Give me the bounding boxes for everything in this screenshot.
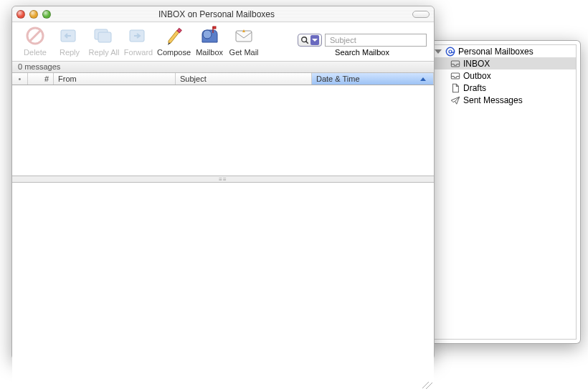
reply-arrow-icon [58, 25, 81, 47]
titlebar[interactable]: INBOX on Personal Mailboxes [12, 6, 434, 22]
tray-icon [450, 71, 460, 81]
svg-point-0 [446, 47, 454, 55]
status-bar: 0 messages [12, 62, 434, 73]
reply-all-button[interactable]: Reply All [88, 25, 120, 57]
forward-arrow-icon [127, 25, 150, 47]
tree-item-label: Outbox [463, 71, 491, 81]
tree-item-sent[interactable]: Sent Messages [432, 94, 576, 106]
svg-line-16 [306, 42, 308, 44]
tree-item-inbox[interactable]: INBOX [432, 57, 576, 69]
tree-item-label: Sent Messages [463, 95, 523, 105]
column-label: From [58, 75, 77, 83]
page-icon [450, 83, 460, 93]
reply-button[interactable]: Reply [54, 25, 85, 57]
tree-item-outbox[interactable]: Outbox [432, 69, 576, 82]
tree-item-label: INBOX [463, 59, 490, 69]
message-list[interactable] [12, 85, 434, 176]
toolbar-toggle-pill[interactable] [412, 11, 430, 18]
button-label: Get Mail [229, 48, 259, 57]
splitter[interactable]: ≡≡ [12, 176, 434, 183]
search-label: Search Mailbox [335, 48, 389, 57]
svg-line-5 [30, 31, 40, 41]
tree-item-drafts[interactable]: Drafts [432, 82, 576, 94]
message-count: 0 messages [18, 62, 60, 71]
tree-root[interactable]: Personal Mailboxes [432, 45, 576, 57]
window-title: INBOX on Personal Mailboxes [21, 9, 412, 19]
mailboxes-tree: Personal Mailboxes INBOX Outbox Drafts S… [431, 44, 577, 340]
svg-rect-8 [98, 32, 111, 42]
preview-pane [12, 183, 434, 389]
button-label: Forward [124, 48, 153, 57]
reply-all-icon [93, 25, 115, 47]
forward-button[interactable]: Forward [123, 25, 154, 57]
pencil-icon [163, 25, 186, 47]
button-label: Compose [157, 48, 191, 57]
svg-point-11 [203, 30, 212, 39]
at-sign-icon [445, 47, 455, 57]
column-from[interactable]: From [54, 73, 176, 85]
tray-icon [450, 59, 460, 69]
toolbar: Delete Reply Reply All Forward Compose [12, 22, 434, 62]
column-date[interactable]: Date & Time [312, 73, 434, 85]
svg-point-15 [302, 37, 307, 42]
search-input[interactable] [325, 34, 427, 47]
delete-button[interactable]: Delete [19, 25, 51, 57]
column-status[interactable]: • [12, 73, 28, 85]
column-number[interactable]: # [28, 73, 54, 85]
chevron-down-icon [310, 35, 319, 45]
tree-item-label: Drafts [463, 83, 486, 93]
get-mail-button[interactable]: Get Mail [228, 25, 260, 57]
paper-plane-icon [450, 95, 460, 105]
compose-button[interactable]: Compose [157, 25, 191, 57]
disclosure-triangle-icon[interactable] [435, 49, 442, 54]
envelope-icon [232, 25, 255, 47]
no-entry-icon [24, 25, 47, 47]
button-label: Mailbox [196, 48, 223, 57]
button-label: Reply All [89, 48, 120, 57]
column-headers: • # From Subject Date & Time [12, 73, 434, 85]
column-label: Subject [180, 75, 207, 83]
sort-ascending-icon [420, 77, 426, 81]
mailbox-icon [198, 25, 221, 47]
mailbox-button[interactable]: Mailbox [194, 25, 225, 57]
search-scope-button[interactable] [298, 34, 322, 47]
mail-window: INBOX on Personal Mailboxes Delete Reply… [11, 6, 435, 360]
mailboxes-drawer: Personal Mailboxes INBOX Outbox Drafts S… [427, 40, 581, 344]
button-label: Delete [24, 48, 47, 57]
column-label: # [44, 75, 49, 83]
magnifier-icon [300, 36, 309, 44]
resize-grip[interactable] [422, 382, 432, 389]
column-subject[interactable]: Subject [176, 73, 312, 85]
tree-root-label: Personal Mailboxes [458, 47, 534, 57]
column-label: Date & Time [316, 75, 360, 83]
svg-rect-14 [236, 31, 252, 42]
button-label: Reply [60, 48, 80, 57]
